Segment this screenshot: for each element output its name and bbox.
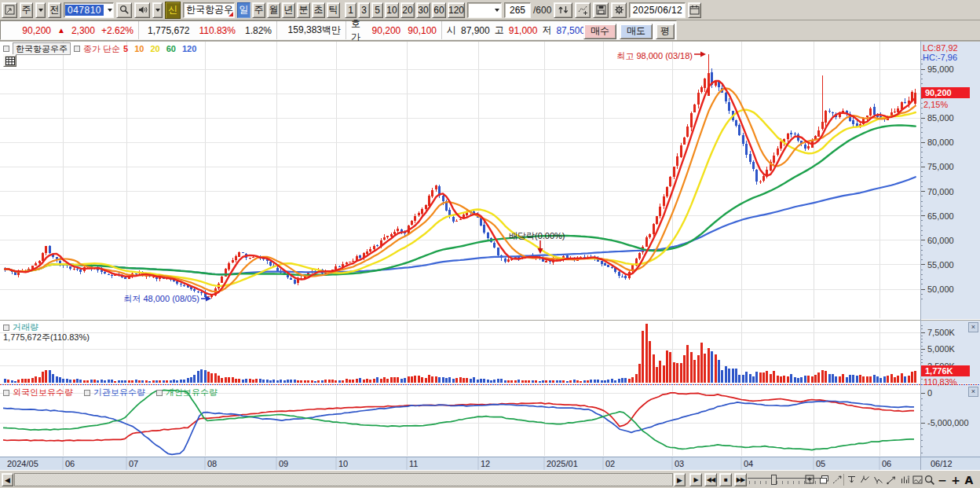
zoom-in-button[interactable]: + bbox=[949, 473, 962, 486]
volume-pane-close-icon[interactable]: × bbox=[968, 322, 978, 332]
save-icon[interactable] bbox=[593, 2, 609, 18]
period-tab-틱[interactable]: 틱 bbox=[327, 2, 340, 18]
volume-pct-label: 110,83% bbox=[923, 377, 957, 387]
play-button[interactable]: ▶ bbox=[689, 473, 702, 486]
stock-code-value: 047810 bbox=[65, 5, 104, 16]
magnifier-icon[interactable] bbox=[923, 473, 936, 486]
interval-button-1[interactable]: 1 bbox=[345, 2, 357, 18]
holders-legend-undefined[interactable]: 개인보유수량 bbox=[166, 387, 218, 398]
svg-text:5,000K: 5,000K bbox=[927, 344, 956, 354]
svg-text:80,000: 80,000 bbox=[927, 138, 954, 147]
interval-button-20[interactable]: 20 bbox=[400, 2, 415, 18]
fast-forward-button[interactable]: ▶▶ bbox=[734, 473, 747, 486]
new-stock-badge: 신 bbox=[165, 2, 181, 19]
stock-name: 한국항공우 bbox=[186, 3, 233, 17]
date-input[interactable]: 2025/06/12 bbox=[629, 2, 686, 18]
cycle-button[interactable]: 주 bbox=[20, 2, 33, 18]
pane-add-icon[interactable] bbox=[803, 473, 816, 486]
period-tab-일[interactable]: 일 bbox=[237, 2, 250, 18]
ma-120-legend[interactable]: 120 bbox=[182, 44, 196, 53]
search-icon[interactable] bbox=[116, 2, 132, 18]
trendline-icon[interactable] bbox=[885, 473, 898, 486]
sound-dropdown-icon[interactable] bbox=[152, 2, 163, 18]
period-tab-분[interactable]: 분 bbox=[297, 2, 310, 18]
sell-button[interactable]: 매도 bbox=[620, 24, 653, 39]
sound-icon[interactable] bbox=[134, 2, 150, 18]
ma-10-legend[interactable]: 10 bbox=[134, 44, 144, 53]
low-marker-icon[interactable] bbox=[872, 473, 884, 486]
volume-value: 1,775,672 bbox=[148, 25, 189, 36]
code-dropdown-icon[interactable] bbox=[108, 9, 112, 12]
svg-text:12: 12 bbox=[481, 459, 490, 468]
svg-text:06/12: 06/12 bbox=[931, 459, 953, 468]
current-price-line-icon[interactable] bbox=[845, 473, 858, 486]
scroll-right-button[interactable]: ▶ bbox=[674, 473, 686, 486]
interval-combo[interactable] bbox=[467, 2, 502, 18]
rewind-button[interactable]: ◀◀ bbox=[704, 473, 717, 486]
scroll-left-button[interactable]: ◀ bbox=[2, 473, 13, 486]
gear-icon[interactable] bbox=[611, 2, 627, 18]
cycle-dropdown-icon[interactable] bbox=[35, 2, 46, 18]
high-marker-icon[interactable] bbox=[858, 473, 871, 486]
holders-legend-undefined[interactable]: 기관보유수량 bbox=[93, 387, 145, 398]
svg-text:50,000: 50,000 bbox=[927, 284, 954, 294]
turnover-ratio: 1.82% bbox=[245, 25, 272, 36]
chart-scrollbar[interactable] bbox=[14, 473, 673, 486]
zoom-out-button[interactable]: − bbox=[936, 473, 949, 486]
stock-code-input[interactable]: 047810 bbox=[64, 2, 114, 18]
interval-button-30[interactable]: 30 bbox=[416, 2, 430, 18]
svg-text:2024/05: 2024/05 bbox=[7, 459, 38, 468]
svg-text:85,000: 85,000 bbox=[927, 113, 954, 123]
stop-button[interactable]: ■ bbox=[719, 473, 732, 486]
period-tab-년[interactable]: 년 bbox=[282, 2, 295, 18]
ma-5-legend[interactable]: 5 bbox=[123, 44, 128, 53]
holders-pane-legend: 외국인보유수량기관보유수량개인보유수량 bbox=[3, 387, 225, 398]
buy-button[interactable]: 매수 bbox=[583, 24, 616, 39]
bid-price: 90,100 bbox=[408, 25, 437, 36]
chart-grid-settings-icon[interactable] bbox=[3, 54, 16, 67]
interval-button-120[interactable]: 120 bbox=[448, 2, 465, 18]
svg-text:95,000: 95,000 bbox=[927, 64, 954, 74]
period-tab-주[interactable]: 주 bbox=[252, 2, 265, 18]
trade-value: 159,383백만 bbox=[288, 24, 341, 37]
svg-text:09: 09 bbox=[279, 459, 288, 468]
volume-subtitle: 1,775,672주(110.83%) bbox=[3, 332, 90, 343]
high-label: 고 bbox=[495, 24, 504, 37]
price-legend-label[interactable]: 종가 단순 bbox=[83, 43, 120, 55]
holders-legend-undefined[interactable]: 외국인보유수량 bbox=[13, 387, 73, 398]
calendar-icon[interactable] bbox=[688, 2, 701, 18]
ma-20-legend[interactable]: 20 bbox=[150, 44, 159, 53]
ma-60-legend[interactable]: 60 bbox=[166, 44, 176, 53]
trendline-add-icon[interactable] bbox=[575, 2, 591, 18]
svg-text:-5,000,000: -5,000,000 bbox=[927, 418, 969, 427]
ma-legend: 5102060120 bbox=[123, 44, 196, 53]
chart-image-icon[interactable] bbox=[911, 473, 923, 486]
stock-name-field[interactable]: 한국항공우 bbox=[183, 2, 235, 18]
font-size-button[interactable]: A bbox=[963, 473, 975, 486]
window-layout-icon[interactable] bbox=[2, 2, 17, 18]
prev-stock-button[interactable]: 전 bbox=[48, 2, 61, 18]
svg-text:04: 04 bbox=[744, 459, 753, 468]
interval-button-60[interactable]: 60 bbox=[432, 2, 446, 18]
avg-button[interactable]: 평 bbox=[656, 24, 675, 39]
svg-text:11: 11 bbox=[409, 459, 418, 468]
pane-cascade-icon[interactable] bbox=[817, 473, 830, 486]
holders-pane-close-icon[interactable]: × bbox=[968, 387, 978, 397]
quote-bar: 90,200 ▲ 2,300 +2.62% 1,775,672 110.83% … bbox=[0, 20, 980, 41]
interval-button-3[interactable]: 3 bbox=[358, 2, 370, 18]
svg-text:60,000: 60,000 bbox=[927, 236, 954, 245]
scroll-arrows-icon[interactable] bbox=[554, 2, 572, 18]
interval-button-10[interactable]: 10 bbox=[385, 2, 399, 18]
trend-dash-icon[interactable] bbox=[831, 473, 843, 486]
svg-text:2025/01: 2025/01 bbox=[547, 459, 578, 468]
chart-canvas[interactable]: 95,00085,00080,00075,00070,00065,00060,0… bbox=[0, 41, 980, 470]
annotation-period-low: 최저 48,000 (08/05) bbox=[112, 293, 199, 305]
svg-text:10: 10 bbox=[338, 459, 348, 468]
candle-count-input[interactable]: 265 bbox=[504, 2, 531, 18]
slider-thumb[interactable] bbox=[771, 475, 777, 485]
volume-profile-icon[interactable] bbox=[898, 473, 911, 486]
period-tab-초[interactable]: 초 bbox=[312, 2, 325, 18]
period-tab-월[interactable]: 월 bbox=[267, 2, 280, 18]
price-legend-stock[interactable]: 한국항공우주 bbox=[13, 42, 71, 55]
interval-button-5[interactable]: 5 bbox=[371, 2, 383, 18]
